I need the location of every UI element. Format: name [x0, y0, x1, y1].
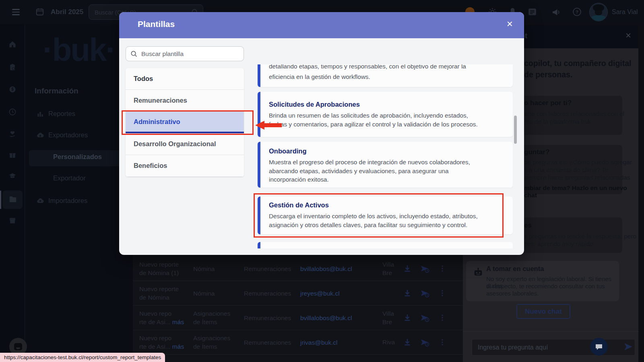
sidebar-item-label: Reportes [48, 110, 75, 118]
report-area: Remuneraciones [244, 330, 300, 355]
report-owner: Riva [382, 330, 398, 355]
report-owner: VillaBre [382, 257, 398, 281]
template-card-workflows[interactable]: detallando etapas, tiempos y responsable… [258, 64, 513, 87]
copilot-intro-line: de personas. [524, 70, 572, 79]
chat-bubble-button[interactable] [590, 338, 608, 356]
schedule-send-icon[interactable] [420, 264, 430, 273]
download-icon[interactable] [402, 264, 412, 273]
copilot-card-line: nto de la plataforma buk [524, 118, 591, 125]
more-link[interactable]: más [172, 319, 184, 325]
template-card-partial[interactable] [258, 242, 513, 248]
copilot-note-title: A tomar en cuenta [486, 265, 544, 273]
hamburger-icon[interactable] [12, 9, 20, 15]
annotation-box-gestion-activos [254, 193, 504, 238]
copilot-card-line: arte con labores relacionadas con el [524, 110, 624, 118]
cloud-download-icon [36, 131, 44, 139]
period-label[interactable]: Abril 2025 [51, 8, 83, 16]
kebab-icon[interactable] [438, 337, 447, 347]
category-desarrollo-organizacional[interactable]: Desarrollo Organizacional [126, 133, 244, 155]
template-card-solicitudes[interactable]: Solicitudes de Aprobaciones Brinda un re… [258, 92, 513, 137]
table-row: Nuevo reporte de Asi... más Asignaciones… [133, 306, 463, 330]
report-area: Remuneraciones [244, 281, 300, 306]
template-desc-line: Brinda un resumen de las solicitudes de … [269, 111, 513, 120]
annotation-arrow-icon [255, 121, 264, 130]
report-type: Nómina [193, 281, 241, 306]
store-icon[interactable] [8, 217, 17, 225]
template-card-onboarding[interactable]: Onboarding Muestra el progreso del proce… [258, 142, 513, 188]
kebab-icon[interactable] [438, 264, 447, 273]
avatar[interactable] [589, 3, 608, 21]
kebab-icon[interactable] [438, 313, 447, 323]
kebab-icon[interactable] [438, 288, 447, 298]
copilot-intro-line: copilot, tu compañero digital [524, 59, 632, 68]
report-type: Asignacionesde Ítems [193, 330, 241, 355]
copilot-question-input[interactable] [472, 339, 635, 356]
buk-logo[interactable]: ·buk· [25, 31, 133, 68]
report-name: Nuevo reportede Nómina (1) [139, 257, 192, 281]
sidebar-item-importadores[interactable]: Importadores [25, 196, 133, 208]
user-name[interactable]: Sara Vial [612, 8, 638, 16]
sidebar-item-exportadores[interactable]: Exportadores [25, 130, 133, 142]
calendar-icon[interactable] [35, 7, 44, 16]
avatar-beard [595, 10, 602, 15]
browser-status-bar: https://capacitaciones-test.buk.cl/repor… [0, 353, 165, 362]
rail-active-bar [0, 190, 1, 209]
close-icon[interactable]: × [507, 18, 513, 30]
template-desc-line: eficiencia en la gestión de workflows. [269, 72, 513, 82]
folder-icon[interactable] [8, 195, 17, 204]
table-row: Nuevo reporte de Asi... más Asignaciones… [133, 330, 463, 355]
template-desc-line: incorporación exitosa. [269, 175, 513, 184]
robot-icon [473, 267, 484, 278]
sidebar-item-reportes[interactable]: Reportes [25, 109, 133, 121]
modal-title: Plantillas [138, 19, 175, 29]
close-icon[interactable]: × [625, 30, 631, 41]
template-title: Onboarding [269, 147, 513, 155]
schedule-send-icon[interactable] [420, 337, 430, 347]
report-email-link[interactable]: jrivas@buk.cl [300, 330, 385, 355]
sidebar-subitem-exportador[interactable]: Exportador [53, 174, 86, 182]
download-icon[interactable] [402, 337, 412, 347]
download-icon[interactable] [402, 313, 412, 323]
clipboard-icon[interactable] [8, 63, 17, 71]
gift-icon[interactable] [8, 151, 17, 159]
schedule-send-icon[interactable] [420, 288, 430, 298]
report-area: Remuneraciones [244, 306, 300, 330]
dollar-icon[interactable]: $ [8, 85, 17, 93]
schedule-send-icon[interactable] [420, 313, 430, 323]
list-scrollbar-thumb[interactable] [514, 116, 517, 144]
more-link[interactable]: más [172, 343, 184, 350]
news-icon[interactable] [527, 7, 537, 17]
category-beneficios[interactable]: Beneficios [126, 155, 244, 177]
category-todos[interactable]: Todos [126, 68, 244, 90]
copilot-note-line: al respecto, te recomiendo consultar con… [486, 283, 605, 290]
annotation-box-administrativo [122, 110, 254, 135]
template-search[interactable] [126, 46, 244, 61]
copilot-card-bold-line: mbiar de tema? Hazlo en un nuevo chat [524, 184, 638, 199]
divider [463, 331, 638, 332]
category-remuneraciones[interactable]: Remuneraciones [126, 90, 244, 112]
sidebar-item-label: Exportadores [48, 131, 88, 139]
send-icon[interactable] [623, 341, 634, 352]
hand-heart-icon[interactable] [8, 130, 17, 138]
chat-launcher-icon [14, 343, 22, 350]
report-email-link[interactable]: jreyes@buk.cl [300, 281, 385, 306]
table-row: Nuevo reportede Nómina (1) Nómina Remune… [133, 257, 463, 281]
graduation-icon[interactable] [8, 172, 17, 180]
copilot-card-line: de pregunta es: ¿Cómo puedo agregar [524, 159, 632, 166]
download-icon[interactable] [402, 288, 412, 298]
screen: Abril 2025 ? Sara Vial [0, 0, 644, 362]
template-search-input[interactable] [141, 47, 240, 61]
avatar-hair [593, 4, 604, 11]
new-chat-button[interactable]: Nuevo chat [516, 304, 570, 319]
report-email-link[interactable]: bvillalobos@buk.cl [300, 306, 385, 330]
report-email-link[interactable]: bvillalobos@buk.cl [300, 257, 385, 281]
table-row: Nuevo reportede Nómina Nómina Remuneraci… [133, 281, 463, 306]
home-icon[interactable] [8, 40, 17, 48]
help-icon[interactable]: ? [572, 7, 582, 17]
copilot-card-title: o hacer por ti? [524, 99, 572, 107]
sidebar-subitem-personalizados[interactable]: Personalizados [53, 153, 102, 161]
clock-icon[interactable] [8, 108, 17, 116]
megaphone-icon[interactable] [551, 7, 561, 17]
copilot-card-line: s a una encuesta de clima? Te [524, 166, 608, 174]
sidebar-section-label: Información [35, 87, 78, 95]
